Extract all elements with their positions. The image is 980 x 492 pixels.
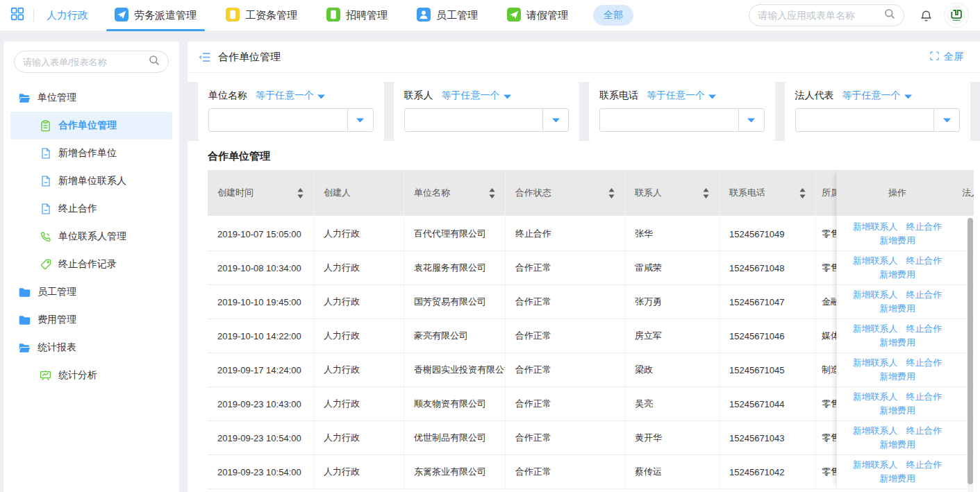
collapse-sidebar-icon[interactable] [198,51,211,63]
caret-down-icon [933,109,959,131]
add-contact-link[interactable]: 新增联系人 [853,288,898,302]
terminate-cooperation-link[interactable]: 终止合作 [906,356,942,370]
sidebar-item-6[interactable]: 终止合作记录 [10,251,172,278]
terminate-cooperation-link[interactable]: 终止合作 [906,424,942,438]
add-fee-link[interactable]: 新增费用 [879,268,915,282]
cell-status: 合作正常 [506,387,625,421]
search-icon[interactable] [884,8,895,22]
sidebar-item-1[interactable]: 合作单位管理 [10,112,172,139]
cell-contact: 蔡传运 [625,455,720,489]
add-contact-link[interactable]: 新增联系人 [853,220,898,234]
sidebar-item-10[interactable]: 统计分析 [10,362,172,389]
add-fee-link[interactable]: 新增费用 [879,336,915,350]
data-table: 创建时间创建人单位名称合作状态联系人联系电话所属行业法人代表2019-10-07… [208,170,974,492]
sidebar-item-label: 统计分析 [58,369,97,382]
fullscreen-icon [929,51,940,63]
terminate-cooperation-link[interactable]: 终止合作 [906,254,942,268]
cell-phone: 15245671045 [720,353,816,387]
add-contact-link[interactable]: 新增联系人 [853,458,898,472]
caret-down-icon [708,90,716,101]
column-header-5[interactable]: 联系电话 [720,170,816,216]
filter-value-select[interactable] [404,108,570,132]
cell-company: 香榭园实业投资有限公司 [404,353,506,387]
sidebar-item-label: 新增合作单位 [58,147,117,160]
table-section: 合作单位管理 创建时间创建人单位名称合作状态联系人联系电话所属行业法人代表201… [188,141,980,492]
all-apps-badge[interactable]: 全部 [593,5,633,26]
filter-operator-dropdown[interactable]: 等于任意一个 [442,90,511,102]
search-icon[interactable] [149,55,160,69]
column-header-3[interactable]: 合作状态 [506,170,625,216]
sort-icon[interactable] [703,188,709,198]
workspace-name[interactable]: 人力行政 [47,9,88,22]
sort-icon[interactable] [297,188,304,198]
sidebar-item-4[interactable]: 终止合作 [10,195,172,223]
terminate-cooperation-link[interactable]: 终止合作 [906,288,942,302]
fullscreen-button[interactable]: 全屏 [929,51,963,63]
cell-contact: 黄开华 [625,421,720,455]
sidebar-item-9[interactable]: 统计报表 [10,334,172,362]
cell-created_at: 2019-09-23 10:54:00 [208,455,314,489]
phone-icon [40,231,51,242]
add-fee-link[interactable]: 新增费用 [879,472,915,486]
column-header-4[interactable]: 联系人 [625,170,720,216]
filter-value-select[interactable] [599,108,765,132]
sort-icon[interactable] [489,188,495,198]
add-contact-link[interactable]: 新增联系人 [853,356,898,370]
top-tab-4[interactable]: 请假管理 [507,0,568,31]
filter-value-select[interactable] [795,108,961,132]
apps-grid-icon[interactable] [10,6,25,24]
add-fee-link[interactable]: 新增费用 [879,370,915,384]
filter-operator-dropdown[interactable]: 等于任意一个 [256,90,325,102]
sidebar-item-label: 单位管理 [38,92,76,104]
add-fee-link[interactable]: 新增费用 [879,438,915,452]
column-header-2[interactable]: 单位名称 [404,170,506,216]
add-fee-link[interactable]: 新增费用 [879,234,915,248]
sidebar-item-5[interactable]: 单位联系人管理 [10,223,172,251]
folder-open-icon [19,93,31,103]
terminate-cooperation-link[interactable]: 终止合作 [906,322,942,336]
sort-icon[interactable] [799,188,806,198]
global-search-input[interactable] [758,10,884,21]
add-contact-link[interactable]: 新增联系人 [853,424,898,438]
add-contact-link[interactable]: 新增联系人 [853,322,898,336]
top-tab-1[interactable]: 工资条管理 [226,0,297,31]
top-tab-3[interactable]: 员工管理 [417,0,478,31]
terminate-cooperation-link[interactable]: 终止合作 [906,390,942,404]
tab-label: 请假管理 [526,9,568,22]
cell-status: 合作正常 [506,353,625,387]
table-scrollbar[interactable] [967,218,973,492]
column-header-1: 创建人 [314,170,404,216]
cell-creator: 人力行政 [314,285,404,319]
avatar[interactable] [944,3,969,28]
sidebar-item-8[interactable]: 费用管理 [10,306,172,334]
cell-created_at: 2019-10-08 10:34:00 [208,251,314,285]
cell-company: 豪亮有限公司 [404,319,506,353]
sidebar-item-2[interactable]: 新增合作单位 [10,139,172,167]
filter-field-label: 联系人 [404,90,433,102]
sort-icon[interactable] [608,188,615,198]
sidebar-item-label: 单位联系人管理 [58,230,126,243]
add-contact-link[interactable]: 新增联系人 [853,390,898,404]
sidebar-item-3[interactable]: 新增单位联系人 [10,167,172,195]
column-header-0[interactable]: 创建时间 [208,170,314,216]
filter-operator-dropdown[interactable]: 等于任意一个 [842,90,912,102]
cell-status: 合作正常 [506,251,625,285]
scrollbar-thumb[interactable] [967,218,973,484]
add-fee-link[interactable]: 新增费用 [879,404,915,418]
add-contact-link[interactable]: 新增联系人 [853,254,898,268]
terminate-cooperation-link[interactable]: 终止合作 [906,220,942,234]
notification-bell-icon[interactable] [920,9,933,22]
add-fee-link[interactable]: 新增费用 [879,302,915,316]
top-tabs: 劳务派遣管理工资条管理招聘管理员工管理请假管理 [115,0,597,31]
terminate-cooperation-link[interactable]: 终止合作 [906,458,942,472]
filter-value-select[interactable] [208,108,374,132]
cell-created_at: 2019-09-23 10:54:00 [208,421,314,455]
sidebar-search-input[interactable] [23,57,149,67]
filter-operator-dropdown[interactable]: 等于任意一个 [647,90,716,102]
cell-phone: 15245671043 [720,421,816,455]
sidebar-item-0[interactable]: 单位管理 [10,84,172,112]
sidebar-item-7[interactable]: 员工管理 [10,278,172,306]
sidebar-item-label: 员工管理 [38,286,76,298]
top-tab-0[interactable]: 劳务派遣管理 [115,0,197,31]
top-tab-2[interactable]: 招聘管理 [326,0,388,31]
